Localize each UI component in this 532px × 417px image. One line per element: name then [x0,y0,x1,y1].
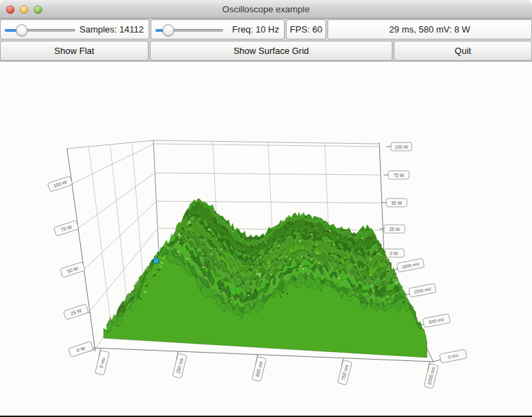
surface-series [104,198,427,358]
freq-slider[interactable] [155,20,223,40]
power-axis-right-label-1: 25 W [384,225,405,233]
show-flat-button[interactable]: Show Flat [0,41,149,61]
svg-text:0 W: 0 W [390,251,398,256]
surface-plot-area[interactable]: 0 W25 W50 W75 W100 W0 mV500 mV1000 mV150… [0,62,532,417]
svg-text:100 W: 100 W [395,145,409,149]
power-axis-right-label-3: 75 W [388,171,409,179]
power-axis-right-label-4: 100 W [391,142,412,151]
traffic-lights [6,0,42,19]
fps-label: FPS: 60 [290,24,323,35]
power-axis-left-label-2: 50 W [60,262,85,278]
freq-group: Freq: 10 Hz [151,19,285,39]
quit-button[interactable]: Quit [394,41,532,61]
voltage-axis-label-2: 1000 mV [408,284,436,297]
power-axis-left-label-0: 0 W [68,342,93,358]
freq-slider-knob[interactable] [162,24,174,36]
toolbar: Samples: 14112 Freq: 10 Hz FPS: 60 29 ms… [0,19,532,40]
samples-group: Samples: 14112 [0,19,149,39]
time-axis-label-4: 1000 ms [424,364,439,389]
power-axis-right-label-2: 50 W [386,198,407,207]
zoom-button[interactable] [34,6,42,14]
voltage-axis-label-3: 1500 mV [397,259,424,272]
voltage-axis-label-1: 500 mV [423,314,450,328]
time-axis-label-2: 500 ms [252,357,267,382]
oscilloscope-3d-surface[interactable]: 0 W25 W50 W75 W100 W0 mV500 mV1000 mV150… [0,62,532,417]
time-axis-label-1: 250 ms [173,353,187,378]
svg-text:50 W: 50 W [391,201,402,205]
show-surface-grid-button[interactable]: Show Surface Grid [150,41,392,61]
title-bar: Oscilloscope example [0,0,532,19]
power-axis-right-label-0: 0 W [383,249,404,257]
button-row: Show Flat Show Surface Grid Quit [0,40,532,62]
time-axis-label-3: 750 ms [338,360,352,385]
selection-status-label: 29 ms, 580 mV: 8 W [389,24,470,35]
samples-label: Samples: 14112 [79,24,144,35]
svg-text:75 W: 75 W [393,173,404,178]
voltage-axis-label-0: 0 mV [439,349,467,363]
window-title: Oscilloscope example [222,4,310,15]
time-axis-label-0: 0 ms [95,350,110,375]
power-axis-left-label-3: 75 W [54,221,79,237]
svg-text:25 W: 25 W [389,227,400,232]
selected-point-marker[interactable] [153,258,159,263]
samples-slider-knob[interactable] [16,24,28,36]
fps-group: FPS: 60 [286,19,326,39]
freq-label: Freq: 10 Hz [232,24,279,35]
power-axis-left-label-4: 100 W [48,176,73,192]
samples-slider[interactable] [5,20,75,40]
minimize-button[interactable] [20,6,28,14]
status-group: 29 ms, 580 mV: 8 W [327,19,532,39]
close-button[interactable] [6,6,15,14]
power-axis-left-label-1: 25 W [64,304,88,320]
